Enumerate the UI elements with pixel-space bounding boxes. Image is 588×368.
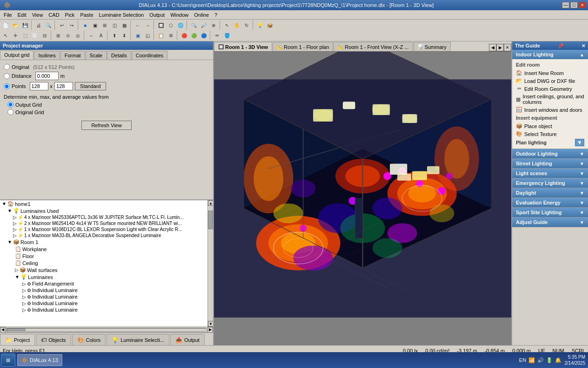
tb2-c1[interactable]: 🔴 xyxy=(180,31,189,40)
guide-edit-geometry[interactable]: ✏ Edit Room Geometry xyxy=(512,85,588,93)
tray-sound-icon[interactable]: 🔊 xyxy=(537,356,544,364)
output-grid-radio[interactable] xyxy=(7,102,13,108)
tree-item-ind-lum1[interactable]: ▷ ⚙ Individual Luminaire xyxy=(0,287,213,293)
bottom-tab-output[interactable]: 📤 Output xyxy=(170,334,205,345)
standard-button[interactable]: Standard xyxy=(75,82,106,90)
tb-redo[interactable]: ↪ xyxy=(67,20,76,30)
tree-item-lum3[interactable]: ▷ ⚡ 1 x Mazinoor M108D12C-BL LEXOR Suspe… xyxy=(0,226,213,232)
tree-item-room1[interactable]: ▼ 📦 Room 1 xyxy=(0,239,213,245)
bottom-tab-colors[interactable]: 🎨 Colors xyxy=(72,334,106,345)
points-radio[interactable] xyxy=(4,83,10,89)
menu-file[interactable]: File xyxy=(1,11,15,19)
guide-place-object[interactable]: 📦 Place object xyxy=(512,122,588,130)
menu-window[interactable]: Window xyxy=(167,11,191,19)
tb-3d[interactable]: 🔲 xyxy=(156,20,166,30)
points-y-input[interactable] xyxy=(54,82,73,90)
tree-item-ind-lum4[interactable]: ▷ ⚙ Individual Luminaire xyxy=(0,307,213,313)
indoor-lighting-header[interactable]: Indoor Lighting ▲ xyxy=(512,50,588,59)
tb-b3[interactable]: ⊞ xyxy=(100,20,109,30)
menu-help[interactable]: ? xyxy=(212,11,220,19)
tb-rotate[interactable]: ↻ xyxy=(242,20,251,30)
tab-output-grid[interactable]: Output grid xyxy=(0,50,33,60)
maximize-button[interactable]: □ xyxy=(570,2,578,8)
bottom-tab-objects[interactable]: 🏷 Objects xyxy=(36,334,71,345)
tray-lang[interactable]: EN xyxy=(519,356,527,364)
tree-item-wall-surfaces[interactable]: ▷ 📦 Wall surfaces xyxy=(0,266,213,273)
viewport-area[interactable] xyxy=(214,52,511,345)
scroll-down[interactable]: ▼ xyxy=(208,321,213,327)
start-button[interactable]: ⊞ xyxy=(1,354,15,367)
light-scenes-header[interactable]: Light scenes ▼ xyxy=(512,169,588,178)
tree-item-luminaires-room[interactable]: ▼ 💡 Luminaires xyxy=(0,273,213,280)
tray-network-icon[interactable]: 📶 xyxy=(528,356,535,364)
tree-item-lum2[interactable]: ▷ ⚡ 2 x Mazinoor M625414D 4x14 W T5 Surf… xyxy=(0,220,213,226)
tb-obj[interactable]: 📦 xyxy=(265,20,274,30)
menu-pick[interactable]: Pick xyxy=(62,11,78,19)
tb2-prop[interactable]: ⚙ xyxy=(166,31,175,40)
close-button[interactable]: ✕ xyxy=(579,2,586,8)
menu-luminaire-selection[interactable]: Luminaire Selection xyxy=(96,11,147,19)
tree-item-ind-lum3[interactable]: ▷ ⚙ Individual Luminaire xyxy=(0,300,213,307)
tree-item-workplane[interactable]: 📋 Workplane xyxy=(0,245,213,252)
tree-item-field-arr[interactable]: ▷ ⚙ Field Arrangement xyxy=(0,280,213,287)
vp-tab-3d-view[interactable]: 🔲 Room 1 - 3D View xyxy=(214,42,272,51)
adjust-guide-header[interactable]: Adjust Guide ▼ xyxy=(512,218,588,227)
tb-zoom-all[interactable]: ⊕ xyxy=(209,20,218,30)
tb2-fill[interactable]: 🪣 xyxy=(222,31,232,40)
tree-scrollbar[interactable]: ▲ ▼ xyxy=(207,200,213,327)
original-grid-radio[interactable] xyxy=(7,109,13,115)
tree-item-lum1[interactable]: ▷ ⚡ 4 x Mazinoor M425336APTCL 3x36 W JUP… xyxy=(0,214,213,220)
tree-item-luminaires-used[interactable]: ▼ 💡 Luminaires Used xyxy=(0,207,213,214)
menu-edit[interactable]: Edit xyxy=(15,11,29,19)
tab-scale[interactable]: Scale xyxy=(86,51,107,60)
tray-notify-icon[interactable]: 🔔 xyxy=(555,356,562,364)
tab-isolines[interactable]: Isolines xyxy=(34,51,60,60)
tb-render[interactable]: 🌐 xyxy=(176,20,185,30)
tray-battery-icon[interactable]: 🔋 xyxy=(546,356,553,364)
tree-item-home1[interactable]: ▼ 🏠 home1 xyxy=(0,200,213,207)
tb-undo[interactable]: ↩ xyxy=(57,20,67,30)
tb-open[interactable]: 📂 xyxy=(11,20,20,30)
system-clock[interactable]: 5:35 PM 2/14/2025 xyxy=(565,354,586,366)
tb2-text[interactable]: A xyxy=(96,31,106,40)
minimize-button[interactable]: — xyxy=(562,2,569,8)
guide-close-button[interactable]: ✕ xyxy=(581,43,585,48)
tb2-snap-point[interactable]: ⊙ xyxy=(63,31,73,40)
distance-input[interactable] xyxy=(35,72,59,80)
plan-lighting-row[interactable]: Plan lighting ▼ xyxy=(512,138,588,147)
tab-format[interactable]: Format xyxy=(60,51,85,60)
tb2-view2[interactable]: ◱ xyxy=(143,31,152,40)
tb-move[interactable]: ✋ xyxy=(232,20,241,30)
outdoor-lighting-header[interactable]: Outdoor Lighting ▼ xyxy=(512,149,588,158)
tree-item-ind-lum2[interactable]: ▷ ⚙ Individual Luminaire xyxy=(0,293,213,300)
menu-cad[interactable]: CAD xyxy=(46,11,62,19)
points-x-input[interactable] xyxy=(30,82,48,90)
guide-pin-button[interactable]: 📌 xyxy=(558,43,563,48)
original-radio[interactable] xyxy=(4,64,10,70)
tb-arrow2[interactable]: → xyxy=(143,20,152,30)
tb-zoom-in[interactable]: 🔍 xyxy=(189,20,199,30)
menu-paste[interactable]: Paste xyxy=(77,11,96,19)
tb-new[interactable]: 📄 xyxy=(1,20,10,30)
emergency-lighting-header[interactable]: Emergency Lighting ▼ xyxy=(512,178,588,188)
vp-next-btn[interactable]: ▶ xyxy=(496,44,504,51)
tree-item-ceiling[interactable]: 📋 Ceiling xyxy=(0,259,213,266)
scroll-right[interactable]: ▶ xyxy=(207,327,213,333)
tb2-pen[interactable]: ✏ xyxy=(213,31,222,40)
tab-coordinates[interactable]: Coordinates xyxy=(132,51,167,60)
vp-tab-front-view[interactable]: 📐 Room 1 - Front View (X-Z ... xyxy=(334,42,413,51)
tb2-select-box[interactable]: ⬚ xyxy=(20,31,30,40)
menu-online[interactable]: Online xyxy=(191,11,212,19)
vp-close-btn[interactable]: ✕ xyxy=(504,44,511,51)
horiz-thumb[interactable] xyxy=(7,328,26,331)
vp-tab-summary[interactable]: 📊 Summary xyxy=(414,42,451,51)
tb2-view1[interactable]: ▣ xyxy=(133,31,142,40)
tb2-nav1[interactable]: ⬆ xyxy=(110,31,119,40)
tb2-c3[interactable]: 🔵 xyxy=(199,31,208,40)
tb-b1[interactable]: ■ xyxy=(80,20,90,30)
tb-wire[interactable]: ⬡ xyxy=(166,20,175,30)
scroll-up[interactable]: ▲ xyxy=(208,200,213,206)
tb-print[interactable]: 🖨 xyxy=(34,20,43,30)
tb-b5[interactable]: ▦ xyxy=(120,20,129,30)
scroll-thumb[interactable] xyxy=(208,211,213,229)
